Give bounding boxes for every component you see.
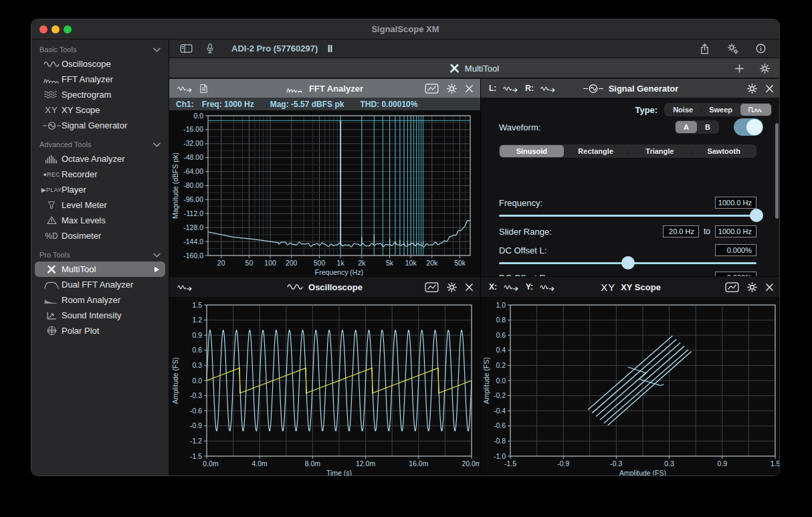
sidebar-item-label: Max Levels xyxy=(62,215,106,225)
xy-scope-header: X: Y: XY XY Scope xyxy=(481,277,780,297)
svg-text:-0.8: -0.8 xyxy=(494,437,506,445)
svg-text:0.6: 0.6 xyxy=(192,346,202,354)
device-label[interactable]: ADI-2 Pro (57760297) xyxy=(231,43,318,54)
frequency-slider[interactable] xyxy=(499,209,756,222)
dc-offset-l-slider[interactable] xyxy=(499,256,756,270)
panel-signal-generator: L: R: Signal Generator xyxy=(481,79,780,277)
dc-offset-l-field[interactable]: 0.000% xyxy=(715,244,756,256)
svg-text:1.0: 1.0 xyxy=(496,301,506,309)
x-input-signal-icon[interactable] xyxy=(504,284,519,291)
chevron-down-icon[interactable] xyxy=(153,47,161,52)
svg-text:-144.0: -144.0 xyxy=(183,237,203,245)
multitool-content: FFT Analyzer Ch1:Freq: 1000 HzMag: -5.57… xyxy=(169,79,779,476)
gears-icon[interactable] xyxy=(727,43,738,54)
sidebar-item-room-analyzer[interactable]: Room Analyzer xyxy=(35,292,165,308)
sidebar-item-sound-intensity[interactable]: Sound Intensity xyxy=(35,308,165,323)
svg-text:-1.2: -1.2 xyxy=(190,437,202,445)
sidebar-item-spectrogram[interactable]: Spectrogram xyxy=(35,87,165,102)
sidebar-item-dosimeter[interactable]: %DDosimeter xyxy=(35,228,165,243)
sidebar-item-oscilloscope[interactable]: Oscilloscope xyxy=(35,56,165,72)
fft-icon xyxy=(41,75,62,84)
chevron-down-icon[interactable] xyxy=(153,142,161,147)
signal-generator-scrollbar[interactable] xyxy=(775,123,779,219)
microphone-icon[interactable] xyxy=(206,43,214,54)
left-output-signal-icon[interactable] xyxy=(503,85,518,92)
dosimeter-icon: %D xyxy=(41,231,62,241)
sidebar-item-player[interactable]: ▶PLAYPlayer xyxy=(35,182,165,197)
sidebar-item-octave-analyzer[interactable]: Octave Analyzer xyxy=(35,151,165,167)
svg-text:5k: 5k xyxy=(386,259,394,267)
segment-sawtooth[interactable]: Sawtooth xyxy=(692,145,756,157)
dc-offset-r-field[interactable]: 0.000% xyxy=(715,272,756,277)
oscilloscope-input-icon[interactable] xyxy=(177,284,193,291)
range-to-field[interactable]: 1000.0 Hz xyxy=(715,225,756,237)
sidebar-item-recorder[interactable]: ●RECRecorder xyxy=(35,167,165,182)
svg-text:1k: 1k xyxy=(337,259,345,267)
oscilloscope-close-icon[interactable] xyxy=(465,283,474,292)
sidebar-item-label: Dual FFT Analyzer xyxy=(62,280,133,290)
recorder-icon: ●REC xyxy=(41,171,62,178)
pause-icon[interactable] xyxy=(327,45,333,52)
sidebar-item-xy-scope[interactable]: XYXY Scope xyxy=(35,102,165,118)
frequency-slider-track[interactable] xyxy=(499,215,756,217)
sidebar-item-multitool[interactable]: MultiTool xyxy=(35,262,165,277)
tab-settings-icon[interactable] xyxy=(760,64,770,74)
frequency-value-field[interactable]: 1000.0 Hz xyxy=(715,197,756,209)
sidebar-item-fft-analyzer[interactable]: FFT Analyzer xyxy=(35,72,165,87)
fft-close-icon[interactable] xyxy=(465,84,474,93)
xy-glyph: XY xyxy=(601,282,615,293)
type-segmented-control: NoiseSweep xyxy=(664,103,772,116)
segment-sinusoid[interactable]: Sinusoid xyxy=(500,145,564,157)
segment-sweep[interactable]: Sweep xyxy=(701,104,740,116)
segment-a[interactable]: A xyxy=(676,121,697,133)
svg-text:0.4: 0.4 xyxy=(496,346,506,354)
svg-text:50k: 50k xyxy=(454,259,466,267)
xy-chart-style-icon[interactable] xyxy=(725,282,739,292)
info-icon[interactable] xyxy=(756,43,766,54)
right-output-signal-icon[interactable] xyxy=(540,85,556,92)
x-channel-label: X: xyxy=(489,282,497,292)
signal-generator-title: Signal Generator xyxy=(609,84,679,94)
segment-noise[interactable]: Noise xyxy=(665,104,701,116)
frequency-slider-thumb[interactable] xyxy=(750,209,763,222)
share-icon[interactable] xyxy=(700,43,710,54)
fft-settings-icon[interactable] xyxy=(447,84,457,94)
sidebar-toggle-icon[interactable] xyxy=(180,44,193,53)
sidebar-section-advanced-tools[interactable]: Advanced Tools xyxy=(31,138,169,151)
sidebar-item-label: XY Scope xyxy=(62,105,100,115)
tab-multitool[interactable]: MultiTool xyxy=(169,58,779,78)
y-channel-label: Y: xyxy=(526,282,533,292)
y-input-signal-icon[interactable] xyxy=(540,284,555,291)
sidebar-item-max-levels[interactable]: Max Levels xyxy=(35,213,165,228)
fft-readout-part: Freq: 1000 Hz xyxy=(202,100,254,109)
range-from-field[interactable]: 20.0 Hz xyxy=(663,225,699,237)
dc-offset-l-slider-thumb[interactable] xyxy=(621,256,635,270)
segment-triangle[interactable]: Triangle xyxy=(628,145,692,157)
svg-text:Frequency (Hz): Frequency (Hz) xyxy=(315,268,363,276)
output-enable-toggle[interactable] xyxy=(734,118,763,136)
sidebar-item-level-meter[interactable]: Level Meter xyxy=(35,197,165,213)
sidebar-item-polar-plot[interactable]: Polar Plot xyxy=(35,323,165,338)
input-signal-icon[interactable] xyxy=(177,85,193,92)
panel-oscilloscope: Oscilloscope 0.0m4.0m8.0m12.0m16.0m20.0m… xyxy=(169,277,481,476)
segment-b[interactable]: B xyxy=(697,121,718,133)
sidebar-section-basic-tools[interactable]: Basic Tools xyxy=(31,43,169,56)
oscilloscope-chart-style-icon[interactable] xyxy=(425,282,439,292)
chevron-down-icon[interactable] xyxy=(153,253,161,257)
sidebar-item-label: Sound Intensity xyxy=(62,310,122,320)
fft-plot-container: 20501002005001k2k5k10k20k50k0.0-16.00-32… xyxy=(169,111,480,277)
xy-close-icon[interactable] xyxy=(765,283,774,292)
signal-generator-close-icon[interactable] xyxy=(765,84,774,93)
oscilloscope-settings-icon[interactable] xyxy=(447,282,457,292)
sidebar-item-dual-fft-analyzer[interactable]: Dual FFT Analyzer xyxy=(35,277,165,292)
xy-settings-icon[interactable] xyxy=(747,282,757,292)
chart-style-icon[interactable] xyxy=(425,84,439,94)
svg-text:0.3: 0.3 xyxy=(192,361,202,369)
add-tab-icon[interactable] xyxy=(735,64,744,73)
snapshot-file-icon[interactable] xyxy=(199,84,208,94)
signal-generator-settings-icon[interactable] xyxy=(747,84,757,94)
segment-rectangle[interactable]: Rectangle xyxy=(564,145,628,157)
sidebar-item-signal-generator[interactable]: Signal Generator xyxy=(35,118,165,133)
segment-waveform-type-icon[interactable] xyxy=(740,104,771,116)
sidebar-section-pro-tools[interactable]: Pro Tools xyxy=(31,248,169,262)
